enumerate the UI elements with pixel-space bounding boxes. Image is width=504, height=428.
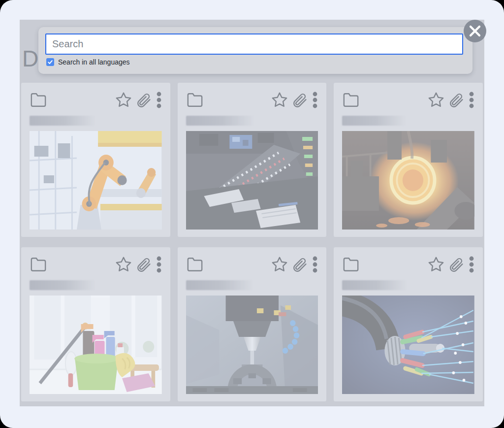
card-title-redacted [186, 280, 253, 290]
thumbnail-control-panel[interactable] [186, 131, 318, 230]
thumbnail-cnc-machine[interactable] [186, 296, 318, 394]
kebab-menu-icon[interactable] [469, 91, 474, 109]
checkmark-icon [47, 59, 53, 65]
close-button[interactable] [464, 20, 486, 42]
paperclip-icon[interactable] [291, 257, 308, 273]
search-input[interactable] [45, 33, 463, 55]
kebab-menu-icon[interactable] [312, 91, 318, 109]
kebab-menu-icon[interactable] [156, 91, 162, 109]
folder-icon[interactable] [30, 256, 47, 273]
search-overlay-panel: Search in all languages [38, 27, 472, 74]
close-icon [469, 25, 481, 37]
paperclip-icon[interactable] [291, 92, 308, 108]
star-icon[interactable] [271, 256, 288, 273]
folder-icon[interactable] [342, 256, 360, 273]
star-icon[interactable] [428, 92, 444, 108]
card-toolbar [186, 91, 318, 109]
star-icon[interactable] [428, 256, 444, 273]
star-icon[interactable] [271, 92, 288, 108]
all-languages-checkbox[interactable] [46, 58, 54, 66]
card-hot-metal[interactable] [334, 83, 483, 237]
kebab-menu-icon[interactable] [469, 256, 474, 273]
paperclip-icon[interactable] [448, 257, 464, 273]
paperclip-icon[interactable] [448, 92, 464, 108]
star-icon[interactable] [115, 92, 132, 108]
card-industrial-robots[interactable] [21, 83, 170, 237]
card-toolbar [30, 255, 162, 274]
card-toolbar [30, 91, 162, 109]
content-panel: De [20, 20, 484, 406]
folder-icon[interactable] [186, 92, 204, 108]
card-control-panel[interactable] [178, 83, 327, 237]
card-title-redacted [342, 280, 407, 290]
paperclip-icon[interactable] [135, 257, 152, 273]
card-toolbar [342, 91, 474, 109]
kebab-menu-icon[interactable] [156, 256, 162, 273]
card-fiber-optic[interactable] [334, 247, 483, 401]
star-icon[interactable] [115, 256, 132, 273]
card-toolbar [186, 255, 318, 274]
paperclip-icon[interactable] [135, 92, 152, 108]
card-title-redacted [30, 116, 95, 126]
folder-icon[interactable] [30, 92, 47, 108]
kebab-menu-icon[interactable] [312, 256, 318, 273]
folder-icon[interactable] [186, 256, 204, 273]
folder-icon[interactable] [342, 92, 360, 108]
card-cnc-machine[interactable] [178, 247, 327, 401]
card-grid [21, 83, 483, 401]
thumbnail-fiber-optic[interactable] [342, 296, 474, 394]
card-toolbar [342, 255, 474, 274]
all-languages-label: Search in all languages [58, 58, 130, 66]
thumbnail-cleaning-supplies[interactable] [30, 296, 162, 394]
app-window: De [0, 0, 504, 428]
thumbnail-industrial-robots[interactable] [30, 131, 162, 230]
card-title-redacted [30, 280, 95, 290]
thumbnail-hot-metal[interactable] [342, 131, 474, 230]
card-title-redacted [342, 116, 406, 126]
card-cleaning-supplies[interactable] [21, 247, 170, 401]
card-title-redacted [186, 116, 255, 126]
search-language-option: Search in all languages [46, 58, 130, 66]
